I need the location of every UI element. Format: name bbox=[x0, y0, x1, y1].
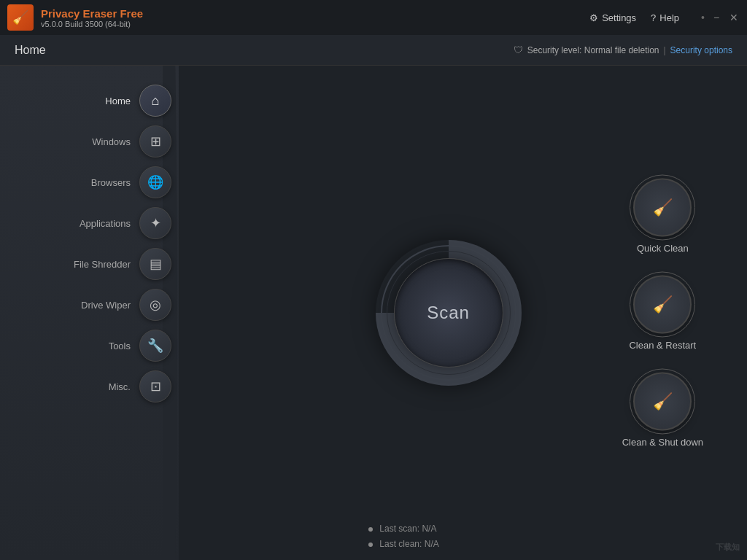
last-clean-status: Last clean: N/A bbox=[368, 537, 439, 553]
action-icon-quick-clean: 🧹 bbox=[633, 179, 692, 237]
scan-outer-ring: Scan bbox=[376, 240, 522, 386]
gear-icon: ⚙ bbox=[589, 12, 598, 23]
toolbar: Home 🛡 Security level: Normal file delet… bbox=[0, 35, 747, 66]
sidebar-item-file-shredder[interactable]: File Shredder▤ bbox=[0, 244, 179, 284]
action-clean-restart[interactable]: 🧹Clean & Restart bbox=[629, 276, 696, 351]
minimize-button[interactable]: − bbox=[711, 12, 722, 23]
titlebar-controls: ⚙ Settings ? Help • − ✕ bbox=[589, 12, 740, 23]
clean-dot bbox=[368, 542, 373, 547]
security-options-link[interactable]: Security options bbox=[670, 45, 732, 55]
sidebar-icon-tools: 🔧 bbox=[139, 330, 171, 362]
sidebar-label-file-shredder: File Shredder bbox=[65, 259, 131, 270]
settings-menu-item[interactable]: ⚙ Settings bbox=[589, 12, 636, 23]
sidebar-icon-browsers: 🌐 bbox=[139, 166, 171, 198]
scan-ring2 bbox=[387, 251, 511, 375]
scan-dot bbox=[368, 527, 373, 532]
main-layout: Home⌂Windows⊞Browsers🌐Applications✦File … bbox=[0, 66, 747, 560]
sidebar-label-drive-wiper: Drive Wiper bbox=[65, 300, 131, 311]
last-clean-value: N/A bbox=[425, 539, 439, 549]
last-scan-value: N/A bbox=[422, 524, 436, 534]
sidebar-icon-windows: ⊞ bbox=[139, 125, 171, 158]
sidebar-label-applications: Applications bbox=[65, 218, 131, 229]
sidebar-label-home: Home bbox=[65, 96, 131, 106]
sidebar-icon-file-shredder: ▤ bbox=[139, 248, 171, 280]
action-label-quick-clean: Quick Clean bbox=[637, 243, 689, 254]
watermark: 下载知 bbox=[716, 542, 740, 553]
content-area: Scan 🧹Quick Clean🧹Clean & Restart🧹Clean … bbox=[179, 66, 747, 560]
app-icon: 🧹 bbox=[7, 4, 34, 31]
help-label: Help bbox=[659, 12, 679, 23]
status-bar: Last scan: N/A Last clean: N/A bbox=[368, 521, 439, 553]
sidebar-icon-home: ⌂ bbox=[139, 85, 171, 117]
sidebar-item-browsers[interactable]: Browsers🌐 bbox=[0, 162, 179, 203]
last-scan-label: Last scan: bbox=[379, 524, 419, 534]
action-label-clean-restart: Clean & Restart bbox=[629, 340, 696, 351]
sidebar: Home⌂Windows⊞Browsers🌐Applications✦File … bbox=[0, 66, 179, 560]
window-controls: • − ✕ bbox=[701, 12, 740, 23]
action-label-clean-shutdown: Clean & Shut down bbox=[622, 437, 703, 448]
close-button[interactable]: ✕ bbox=[728, 12, 740, 23]
app-version: v5.0.0 Build 3500 (64-bit) bbox=[41, 20, 143, 28]
action-clean-shutdown[interactable]: 🧹Clean & Shut down bbox=[622, 373, 703, 448]
app-title-group: Privacy Eraser Free v5.0.0 Build 3500 (6… bbox=[41, 7, 143, 28]
sidebar-item-misc[interactable]: Misc.⊡ bbox=[0, 366, 179, 407]
sidebar-item-drive-wiper[interactable]: Drive Wiper◎ bbox=[0, 284, 179, 325]
sidebar-label-misc: Misc. bbox=[65, 381, 131, 392]
sidebar-item-tools[interactable]: Tools🔧 bbox=[0, 325, 179, 366]
dot-separator: • bbox=[701, 12, 705, 23]
sidebar-item-home[interactable]: Home⌂ bbox=[0, 80, 179, 121]
sidebar-icon-drive-wiper: ◎ bbox=[139, 289, 171, 321]
page-title: Home bbox=[15, 44, 46, 57]
sidebar-item-applications[interactable]: Applications✦ bbox=[0, 203, 179, 244]
sidebar-item-windows[interactable]: Windows⊞ bbox=[0, 121, 179, 162]
action-icon-clean-restart: 🧹 bbox=[633, 276, 692, 334]
sidebar-icon-applications: ✦ bbox=[139, 207, 171, 239]
security-info: 🛡 Security level: Normal file deletion |… bbox=[514, 44, 732, 55]
app-logo-area: 🧹 Privacy Eraser Free v5.0.0 Build 3500 … bbox=[7, 4, 143, 31]
settings-label: Settings bbox=[602, 12, 636, 23]
shield-icon: 🛡 bbox=[514, 44, 523, 55]
titlebar: 🧹 Privacy Eraser Free v5.0.0 Build 3500 … bbox=[0, 0, 747, 35]
scan-container: Scan bbox=[376, 240, 522, 386]
help-icon: ? bbox=[651, 12, 656, 23]
titlebar-menu: ⚙ Settings ? Help bbox=[589, 12, 679, 23]
last-clean-label: Last clean: bbox=[379, 539, 422, 549]
app-title: Privacy Eraser Free bbox=[41, 7, 143, 20]
security-level-text: Security level: Normal file deletion bbox=[527, 45, 659, 55]
last-scan-status: Last scan: N/A bbox=[368, 521, 439, 537]
sidebar-label-windows: Windows bbox=[65, 136, 131, 147]
help-menu-item[interactable]: ? Help bbox=[651, 12, 679, 23]
sidebar-label-browsers: Browsers bbox=[65, 177, 131, 188]
action-icon-clean-shutdown: 🧹 bbox=[633, 373, 692, 431]
action-buttons: 🧹Quick Clean🧹Clean & Restart🧹Clean & Shu… bbox=[622, 179, 703, 448]
action-quick-clean[interactable]: 🧹Quick Clean bbox=[633, 179, 692, 254]
sidebar-label-tools: Tools bbox=[65, 341, 131, 351]
sidebar-icon-misc: ⊡ bbox=[139, 370, 171, 402]
